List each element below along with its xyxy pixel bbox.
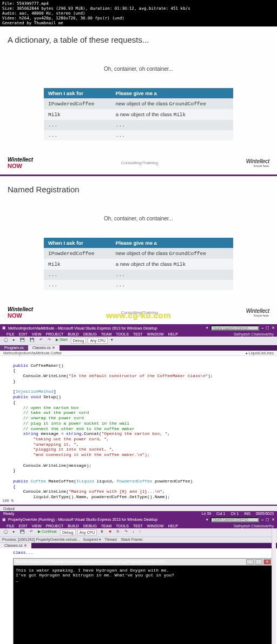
console-min-icon[interactable]: ‒ xyxy=(246,559,254,565)
give-mono: GroundCoffee xyxy=(169,251,206,257)
tab-close-icon[interactable]: ✕ xyxy=(52,346,55,350)
console-window: file:///C:/temp/Code/PropertyOverride/Pr… xyxy=(13,558,274,644)
menu-project[interactable]: PROJECT xyxy=(46,524,64,528)
menu-build[interactable]: BUILD xyxy=(68,332,79,336)
status-ins: INS xyxy=(244,512,250,515)
table-row: ... ... xyxy=(44,280,233,290)
start-label: Start xyxy=(60,338,68,341)
window-max-icon[interactable]: ▢ xyxy=(266,518,269,522)
th-ask: When I ask for xyxy=(44,88,111,98)
menu-edit[interactable]: EDIT xyxy=(19,332,28,336)
menu-team[interactable]: TEAM xyxy=(101,332,111,336)
menu-test[interactable]: TEST xyxy=(133,332,143,336)
nav-back-icon[interactable]: ◯ xyxy=(2,529,10,535)
menu-view[interactable]: VIEW xyxy=(32,332,42,336)
window-close-icon[interactable]: ✕ xyxy=(272,518,275,522)
menu-window[interactable]: WINDOW xyxy=(147,524,164,528)
menu-team[interactable]: TEAM xyxy=(101,524,111,528)
meta-size: Size: 305062844 bytes (290.93 MiB), dura… xyxy=(2,6,275,11)
menu-help[interactable]: HELP xyxy=(168,332,178,336)
nav-back-icon[interactable]: ◯ xyxy=(2,338,10,344)
undo-icon[interactable]: ↶ xyxy=(28,529,35,535)
pause-icon[interactable]: ⏸ xyxy=(98,529,105,535)
vs1-code-editor[interactable]: public CoffeeMaker() { Console.WriteLine… xyxy=(0,356,277,506)
vs2-titlebar[interactable]: ▣ PropertyOverride (Running) - Microsoft… xyxy=(0,516,277,524)
process-select[interactable]: Process: [1061292] PropertyOverride.vsho… xyxy=(2,538,80,542)
step-out-icon[interactable]: ↑ xyxy=(137,529,143,535)
nav-fwd-icon[interactable]: ▸ xyxy=(11,529,17,535)
tab-classes[interactable]: Classes.cs ✕ xyxy=(0,543,31,548)
step-into-icon[interactable]: ↓ xyxy=(131,529,136,535)
continue-button[interactable]: ▶ Continue xyxy=(36,529,58,535)
tool-icon[interactable]: ▾ xyxy=(109,338,115,344)
menu-debug[interactable]: DEBUG xyxy=(83,332,97,336)
tab-program[interactable]: Program.cs xyxy=(0,345,28,351)
output-panel-tab[interactable]: Output xyxy=(0,506,277,511)
give-pre: a new object of the class xyxy=(116,111,174,117)
save-icon[interactable]: 💾 xyxy=(18,529,27,535)
menu-window[interactable]: WINDOW xyxy=(147,332,164,336)
brand-footer: WintellectNOW Consulting/Training Wintel… xyxy=(5,157,272,171)
brand-right-logo: WintellectKnow how. xyxy=(246,158,269,167)
restart-icon[interactable]: ↻ xyxy=(115,529,121,535)
slide1-table: When I ask for Please give me a IPowdere… xyxy=(44,88,233,140)
menu-project[interactable]: PROJECT xyxy=(46,332,64,336)
comment: // unwrap the power cord xyxy=(13,416,84,420)
menu-debug[interactable]: DEBUG xyxy=(83,524,97,528)
window-min-icon[interactable]: ‒ xyxy=(261,518,263,522)
tab-label: Classes.cs xyxy=(4,544,23,547)
undo-icon[interactable]: ↶ xyxy=(38,338,44,344)
redo-icon[interactable]: ↷ xyxy=(46,338,52,344)
config-select[interactable]: Debug xyxy=(71,338,87,344)
config-select[interactable]: Debug xyxy=(60,529,76,535)
video-meta: File: 559399777.mp4 Size: 305062844 byte… xyxy=(0,0,277,26)
start-button[interactable]: ▶ Start xyxy=(54,338,69,344)
code: , xyxy=(162,489,165,494)
vs2-user[interactable]: Sathyaish Chakravarthy xyxy=(234,524,274,528)
menu-help[interactable]: HELP xyxy=(168,524,178,528)
menu-tools[interactable]: TOOLS xyxy=(116,524,129,528)
vs1-user[interactable]: Sathyaish Chakravarthy xyxy=(234,332,274,336)
type: ILiquid xyxy=(76,479,94,484)
zoom-level[interactable]: 100 % xyxy=(2,499,14,504)
save-icon[interactable]: 💾 xyxy=(18,338,27,344)
menu-tools[interactable]: TOOLS xyxy=(116,332,129,336)
menu-test[interactable]: TEST xyxy=(133,524,143,528)
table-row: ... ... xyxy=(44,120,233,130)
quick-launch-input[interactable] xyxy=(210,325,259,331)
vs1-nav-crumb: MethodInjectionViaAttribute.Coffee ● Liq… xyxy=(0,351,277,356)
platform-select[interactable]: Any CPU xyxy=(77,529,97,535)
console-max-icon[interactable]: ▢ xyxy=(255,559,262,565)
step-over-icon[interactable]: ↷ xyxy=(123,529,129,535)
give-pre: new object of the class xyxy=(116,250,169,256)
tab-close-icon[interactable]: ✕ xyxy=(24,544,27,547)
platform-select[interactable]: Any CPU xyxy=(88,338,108,344)
window-min-icon[interactable]: ‒ xyxy=(261,326,263,330)
console-close-icon[interactable]: ✕ xyxy=(263,559,271,565)
menu-view[interactable]: VIEW xyxy=(32,524,42,528)
console-titlebar[interactable]: file:///C:/temp/Code/PropertyOverride/Pr… xyxy=(13,558,274,566)
suspend-select[interactable]: Suspend ▾ xyxy=(83,538,102,542)
crumb-left[interactable]: MethodInjectionViaAttribute.Coffee xyxy=(3,351,62,355)
comment: // connect the other end to the coffee m… xyxy=(13,427,135,431)
code: } xyxy=(13,468,16,473)
code: ); xyxy=(208,374,213,378)
menu-build[interactable]: BUILD xyxy=(68,524,79,528)
stackframe-label: Stack Frame: xyxy=(121,538,143,542)
stop-icon[interactable]: ■ xyxy=(107,529,113,535)
ql-icon: ▾ xyxy=(206,518,208,522)
window-max-icon[interactable]: ▢ xyxy=(266,326,269,330)
menu-file[interactable]: FILE xyxy=(6,524,15,528)
vs2-editor-area[interactable]: class... file:///C:/temp/Code/PropertyOv… xyxy=(0,548,277,644)
crumb-right[interactable]: ● LiquidListLines xyxy=(246,351,274,355)
quick-launch-input[interactable] xyxy=(210,517,259,522)
vs1-titlebar[interactable]: ▣ MethodInjectionViaAttribute - Microsof… xyxy=(0,324,277,332)
console-output[interactable]: This is water speaking. I have Hydrogen … xyxy=(13,566,274,644)
window-close-icon[interactable]: ✕ xyxy=(272,326,275,330)
cell-ask: Milk xyxy=(44,259,111,270)
menu-edit[interactable]: EDIT xyxy=(19,524,28,528)
nav-fwd-icon[interactable]: ▸ xyxy=(11,338,17,344)
save-all-icon[interactable]: 💾 xyxy=(28,338,36,344)
tab-classes[interactable]: Classes.cs ✕ xyxy=(28,345,60,351)
menu-file[interactable]: FILE xyxy=(6,332,15,336)
